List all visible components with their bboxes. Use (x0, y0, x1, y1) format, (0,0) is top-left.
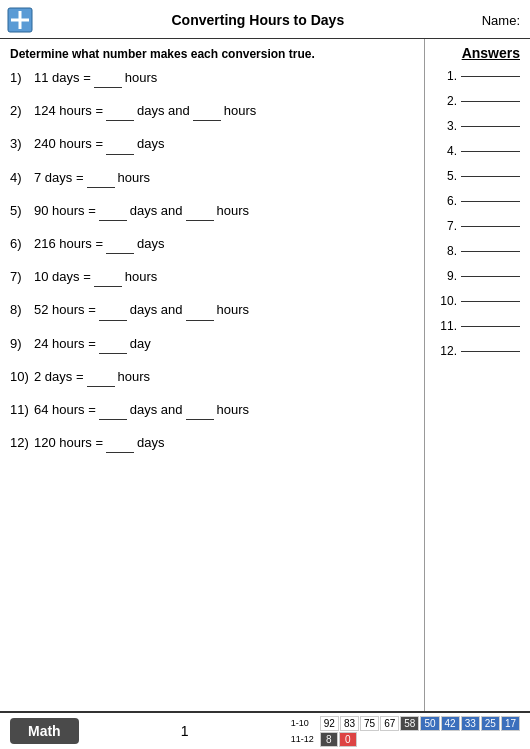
blank-3[interactable] (106, 135, 134, 154)
problem-6: 6) 216 hours = days (10, 235, 414, 254)
blank-8b[interactable] (186, 301, 214, 320)
header-name-label: Name: (482, 13, 520, 28)
blank-12[interactable] (106, 434, 134, 453)
answer-9: 9. (435, 269, 520, 283)
answer-5: 5. (435, 169, 520, 183)
left-panel: Determine what number makes each convers… (0, 39, 425, 711)
answer-8: 8. (435, 244, 520, 258)
blank-5b[interactable] (186, 202, 214, 221)
header-left (6, 6, 34, 34)
math-badge: Math (10, 718, 79, 744)
logo-icon (6, 6, 34, 34)
blank-6[interactable] (106, 235, 134, 254)
blank-5a[interactable] (99, 202, 127, 221)
instructions: Determine what number makes each convers… (10, 47, 414, 61)
problem-10: 10) 2 days = hours (10, 368, 414, 387)
problem-7: 7) 10 days = hours (10, 268, 414, 287)
problem-5: 5) 90 hours = days and hours (10, 202, 414, 221)
blank-7[interactable] (94, 268, 122, 287)
blank-2b[interactable] (193, 102, 221, 121)
prob-num-1: 1) (10, 69, 32, 87)
score-row-1: 1-10 92 83 75 67 58 50 42 33 25 17 (291, 716, 520, 731)
answer-7: 7. (435, 219, 520, 233)
answers-title: Answers (435, 45, 520, 61)
answer-1: 1. (435, 69, 520, 83)
problem-8: 8) 52 hours = days and hours (10, 301, 414, 320)
problem-1: 1) 11 days = hours (10, 69, 414, 88)
problem-11: 11) 64 hours = days and hours (10, 401, 414, 420)
problem-3: 3) 240 hours = days (10, 135, 414, 154)
answer-3: 3. (435, 119, 520, 133)
answer-12: 12. (435, 344, 520, 358)
problem-9: 9) 24 hours = day (10, 335, 414, 354)
blank-1[interactable] (94, 69, 122, 88)
problem-4: 4) 7 days = hours (10, 169, 414, 188)
blank-9[interactable] (99, 335, 127, 354)
footer: Math 1 1-10 92 83 75 67 58 50 42 33 25 1… (0, 711, 530, 749)
answer-2: 2. (435, 94, 520, 108)
score-table: 1-10 92 83 75 67 58 50 42 33 25 17 11-12… (291, 716, 520, 747)
blank-4[interactable] (87, 169, 115, 188)
blank-8a[interactable] (99, 301, 127, 320)
header: Converting Hours to Days Name: (0, 0, 530, 39)
answer-6: 6. (435, 194, 520, 208)
answer-11: 11. (435, 319, 520, 333)
blank-11a[interactable] (99, 401, 127, 420)
main-content: Determine what number makes each convers… (0, 39, 530, 711)
problem-2: 2) 124 hours = days and hours (10, 102, 414, 121)
blank-10[interactable] (87, 368, 115, 387)
score-row-2: 11-12 8 0 (291, 732, 520, 747)
problem-12: 12) 120 hours = days (10, 434, 414, 453)
header-title: Converting Hours to Days (34, 12, 482, 28)
right-panel: Answers 1. 2. 3. 4. 5. 6. 7. 8. 9. 10. 1… (425, 39, 530, 711)
answer-4: 4. (435, 144, 520, 158)
page: Converting Hours to Days Name: Determine… (0, 0, 530, 749)
answer-10: 10. (435, 294, 520, 308)
page-number: 1 (87, 723, 283, 739)
blank-2a[interactable] (106, 102, 134, 121)
blank-11b[interactable] (186, 401, 214, 420)
